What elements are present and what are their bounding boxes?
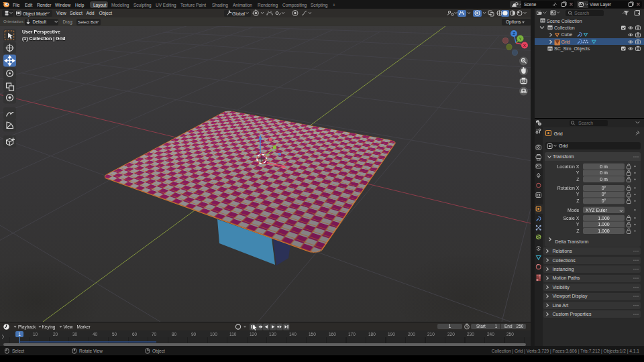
svg-text:0°: 0° [602, 192, 606, 196]
svg-text:Z: Z [513, 32, 515, 36]
svg-text:0°: 0° [602, 186, 606, 190]
svg-text:Location X: Location X [557, 164, 579, 169]
svg-text:Scene Collection: Scene Collection [547, 19, 582, 23]
svg-text:X: X [523, 44, 526, 48]
svg-text:1.000: 1.000 [598, 222, 610, 227]
svg-text:Cube: Cube [561, 32, 573, 37]
svg-text:XYZ Euler: XYZ Euler [586, 208, 608, 213]
svg-text:0 m: 0 m [600, 170, 608, 175]
svg-text:0°: 0° [602, 198, 606, 203]
svg-text:1.000: 1.000 [598, 216, 610, 221]
svg-text:Grid: Grid [561, 40, 570, 44]
svg-text:0 m: 0 m [600, 164, 608, 169]
svg-text:Y: Y [576, 192, 580, 196]
svg-text:Mode: Mode [568, 208, 580, 213]
svg-text:SC_Sim_Objects: SC_Sim_Objects [554, 46, 590, 52]
svg-text:Z: Z [576, 229, 580, 233]
svg-text:Y: Y [576, 170, 580, 175]
svg-text:Rotation X: Rotation X [557, 186, 580, 190]
svg-text:Collection: Collection [554, 25, 575, 30]
svg-text:Scale X: Scale X [563, 216, 579, 221]
svg-text:Y: Y [576, 222, 580, 227]
svg-text:Z: Z [576, 198, 580, 203]
svg-text:Z: Z [576, 177, 580, 182]
svg-text:Y: Y [519, 37, 521, 41]
svg-text:0 m: 0 m [600, 177, 608, 182]
svg-text:1.000: 1.000 [598, 229, 610, 233]
